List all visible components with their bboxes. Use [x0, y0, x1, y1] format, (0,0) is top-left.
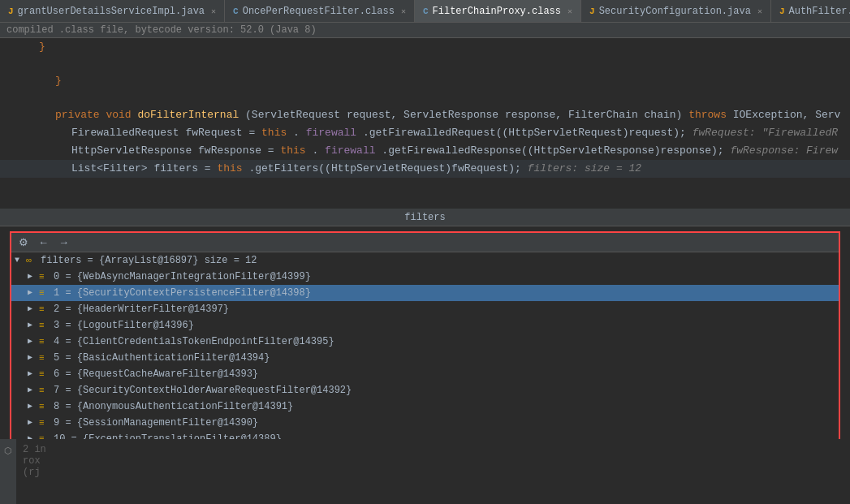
java-icon: J	[8, 6, 14, 16]
var-val-0: 0 = {WebAsyncManagerIntegrationFilter@14…	[54, 269, 311, 285]
var-val-4: 4 = {ClientCredentialsTokenEndpointFilte…	[54, 334, 334, 350]
class-icon: C	[423, 6, 429, 16]
var-icon-0: ≡	[39, 269, 50, 285]
debug-item-3[interactable]: ▶ ≡ 3 = {LogoutFilter@14396}	[11, 317, 839, 334]
tab-bar: J grantUserDetailsServiceImpl.java ✕ C O…	[0, 0, 850, 23]
tab-label: AuthFilter.java	[789, 6, 850, 17]
tab-security[interactable]: J SecurityConfiguration.java ✕	[581, 0, 771, 23]
debug-toolbar: ⚙ ← →	[11, 233, 839, 252]
class-icon: C	[233, 6, 239, 16]
code-line-dofilter: private void doFilterInternal (ServletRe…	[0, 106, 850, 124]
var-val-8: 8 = {AnonymousAuthenticationFilter@14391…	[54, 398, 293, 415]
tab-close-grant[interactable]: ✕	[211, 6, 216, 16]
java-icon: J	[779, 6, 785, 16]
expand-arrow-6: ▶	[28, 366, 36, 382]
bottom-label2: (rj	[23, 467, 41, 478]
var-val-7: 7 = {SecurityContextHolderAwareRequestFi…	[54, 382, 352, 398]
debug-list: ▼ ∞ filters = {ArrayList@16897} size = 1…	[11, 252, 839, 463]
code-line-fwrequest: FirewalledRequest fwRequest = this . fir…	[0, 124, 850, 142]
bottom-line-1: 2 in	[23, 444, 844, 455]
bottom-line-3: (rj	[23, 467, 844, 478]
bottom-area: ⬡ 2 in rox (rj	[0, 439, 850, 504]
debug-settings-button[interactable]: ⚙	[16, 235, 31, 249]
var-icon-root: ∞	[26, 252, 37, 269]
var-val-9: 9 = {SessionManagementFilter@14390}	[54, 415, 258, 431]
tab-label: FilterChainProxy.class	[433, 6, 561, 17]
tab-close-security[interactable]: ✕	[757, 6, 762, 16]
debug-back-button[interactable]: ←	[36, 235, 51, 249]
expand-arrow-root: ▼	[15, 252, 23, 269]
code-line-filters: List<Filter> filters = this .getFilters(…	[0, 160, 850, 178]
expand-arrow-2: ▶	[28, 301, 36, 317]
var-val-5: 5 = {BasicAuthenticationFilter@14394}	[54, 350, 270, 366]
expand-arrow-8: ▶	[28, 398, 36, 415]
code-line-fwresponse: HttpServletResponse fwResponse = this . …	[0, 142, 850, 160]
bottom-line-2: rox	[23, 455, 844, 467]
var-val-2: 2 = {HeaderWriterFilter@14397}	[54, 301, 229, 317]
tab-once[interactable]: C OncePerRequestFilter.class ✕	[225, 0, 415, 23]
expand-arrow-0: ▶	[28, 269, 36, 285]
var-val-6: 6 = {RequestCacheAwareFilter@14393}	[54, 366, 258, 382]
var-val-1: 1 = {SecurityContextPersistenceFilter@14…	[54, 285, 311, 301]
tab-filter[interactable]: C FilterChainProxy.class ✕	[415, 0, 581, 23]
code-line: }	[0, 72, 850, 90]
var-icon-5: ≡	[39, 350, 50, 366]
var-icon-9: ≡	[39, 415, 50, 431]
debug-panel: ⚙ ← → ▼ ∞ filters = {ArrayList@16897} si…	[10, 231, 840, 465]
var-icon-1: ≡	[39, 285, 50, 301]
var-icon-6: ≡	[39, 366, 50, 382]
expand-arrow-1: ▶	[28, 285, 36, 301]
side-panel: ⬡	[0, 439, 16, 504]
debug-item-9[interactable]: ▶ ≡ 9 = {SessionManagementFilter@14390}	[11, 415, 839, 431]
debug-item-4[interactable]: ▶ ≡ 4 = {ClientCredentialsTokenEndpointF…	[11, 334, 839, 350]
bottom-label1: rox	[23, 455, 41, 467]
var-val-3: 3 = {LogoutFilter@14396}	[54, 317, 194, 334]
bottom-content: 2 in rox (rj	[16, 439, 850, 504]
tab-label: OncePerRequestFilter.class	[243, 6, 395, 17]
debug-item-0[interactable]: ▶ ≡ 0 = {WebAsyncManagerIntegrationFilte…	[11, 269, 839, 285]
debug-item-5[interactable]: ▶ ≡ 5 = {BasicAuthenticationFilter@14394…	[11, 350, 839, 366]
tab-grant[interactable]: J grantUserDetailsServiceImpl.java ✕	[0, 0, 225, 23]
var-icon-4: ≡	[39, 334, 50, 350]
compiled-notice: compiled .class file, bytecode version: …	[0, 23, 850, 38]
expand-arrow-5: ▶	[28, 350, 36, 366]
expand-arrow-3: ▶	[28, 317, 36, 334]
code-line: }	[0, 38, 850, 56]
expand-arrow-7: ▶	[28, 382, 36, 398]
tooltip-bar: filters	[0, 209, 850, 226]
var-icon-8: ≡	[39, 398, 50, 415]
code-line	[0, 56, 850, 72]
debug-forward-button[interactable]: →	[56, 235, 71, 249]
var-icon-7: ≡	[39, 382, 50, 398]
debug-item-7[interactable]: ▶ ≡ 7 = {SecurityContextHolderAwareReque…	[11, 382, 839, 398]
debug-item-2[interactable]: ▶ ≡ 2 = {HeaderWriterFilter@14397}	[11, 301, 839, 317]
tab-close-filter[interactable]: ✕	[567, 6, 572, 16]
debug-item-6[interactable]: ▶ ≡ 6 = {RequestCacheAwareFilter@14393}	[11, 366, 839, 382]
side-icon-1[interactable]: ⬡	[4, 446, 12, 456]
bottom-num: 2 in	[23, 444, 46, 455]
tab-close-once[interactable]: ✕	[401, 6, 406, 16]
var-name-root: filters = {ArrayList@16897} size = 12	[41, 252, 257, 269]
java-icon: J	[589, 6, 595, 16]
debug-root-row[interactable]: ▼ ∞ filters = {ArrayList@16897} size = 1…	[11, 252, 839, 269]
debug-item-1[interactable]: ▶ ≡ 1 = {SecurityContextPersistenceFilte…	[11, 285, 839, 301]
tab-label: grantUserDetailsServiceImpl.java	[18, 6, 205, 17]
debug-item-8[interactable]: ▶ ≡ 8 = {AnonymousAuthenticationFilter@1…	[11, 398, 839, 415]
tab-label: SecurityConfiguration.java	[599, 6, 751, 17]
var-icon-3: ≡	[39, 317, 50, 334]
tooltip-label: filters	[404, 212, 445, 223]
tab-auth[interactable]: J AuthFilter.java ✕	[771, 0, 850, 23]
var-icon-2: ≡	[39, 301, 50, 317]
expand-arrow-4: ▶	[28, 334, 36, 350]
expand-arrow-9: ▶	[28, 415, 36, 431]
code-area: } } private void doFilterInternal (Servl…	[0, 38, 850, 209]
code-line	[0, 90, 850, 106]
